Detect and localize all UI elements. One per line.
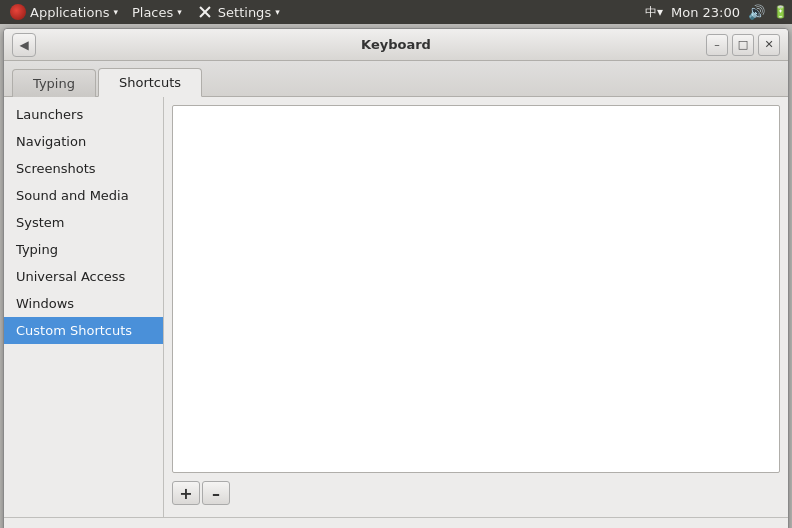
keyboard-window: ◀ Keyboard – □ ✕ Typing Shortcuts <box>3 28 789 528</box>
main-content: Launchers Navigation Screenshots Sound a… <box>4 97 788 517</box>
input-method-icon: 中▾ <box>645 4 663 21</box>
menubar: Applications ▾ Places ▾ Settings ▾ 中▾ Mo… <box>0 0 792 24</box>
tab-shortcuts-label: Shortcuts <box>119 75 181 90</box>
maximize-icon: □ <box>738 38 748 51</box>
back-button[interactable]: ◀ <box>12 33 36 57</box>
sidebar-item-screenshots-label: Screenshots <box>16 161 96 176</box>
tab-typing-label: Typing <box>33 76 75 91</box>
sidebar-item-launchers[interactable]: Launchers <box>4 101 163 128</box>
app-menu[interactable]: Applications ▾ <box>4 2 124 22</box>
tab-shortcuts[interactable]: Shortcuts <box>98 68 202 97</box>
places-label: Places <box>132 5 173 20</box>
sidebar-item-sound-media[interactable]: Sound and Media <box>4 182 163 209</box>
sidebar-item-typing[interactable]: Typing <box>4 236 163 263</box>
sidebar-item-custom-shortcuts-label: Custom Shortcuts <box>16 323 132 338</box>
datetime-label: Mon 23:00 <box>671 5 740 20</box>
app-menu-caret: ▾ <box>113 7 118 17</box>
shortcuts-content-area <box>172 105 780 473</box>
sidebar-item-navigation-label: Navigation <box>16 134 86 149</box>
settings-menu[interactable]: Settings ▾ <box>190 1 286 23</box>
remove-shortcut-button[interactable]: – <box>202 481 230 505</box>
titlebar: ◀ Keyboard – □ ✕ <box>4 29 788 61</box>
sidebar-item-sound-media-label: Sound and Media <box>16 188 129 203</box>
sidebar-item-screenshots[interactable]: Screenshots <box>4 155 163 182</box>
places-caret: ▾ <box>177 7 182 17</box>
window-title: Keyboard <box>361 37 431 52</box>
sidebar-item-custom-shortcuts[interactable]: Custom Shortcuts <box>4 317 163 344</box>
sidebar-item-system[interactable]: System <box>4 209 163 236</box>
back-icon: ◀ <box>19 38 28 52</box>
sidebar-item-universal-access-label: Universal Access <box>16 269 125 284</box>
sidebar-item-windows[interactable]: Windows <box>4 290 163 317</box>
add-icon: + <box>179 484 192 503</box>
battery-icon: 🔋 <box>773 5 788 19</box>
sidebar-item-launchers-label: Launchers <box>16 107 83 122</box>
add-shortcut-button[interactable]: + <box>172 481 200 505</box>
settings-icon <box>196 3 214 21</box>
statusbar: To edit a shortcut, click the row and ho… <box>4 517 788 528</box>
sidebar-item-typing-label: Typing <box>16 242 58 257</box>
app-icon <box>10 4 26 20</box>
minimize-button[interactable]: – <box>706 34 728 56</box>
content-toolbar: + – <box>172 477 780 509</box>
sidebar-item-windows-label: Windows <box>16 296 74 311</box>
close-button[interactable]: ✕ <box>758 34 780 56</box>
right-panel: + – <box>164 97 788 517</box>
minimize-icon: – <box>714 38 720 51</box>
close-icon: ✕ <box>764 38 773 51</box>
places-menu[interactable]: Places ▾ <box>126 3 188 22</box>
tabbar: Typing Shortcuts <box>4 61 788 97</box>
remove-icon: – <box>212 484 220 503</box>
maximize-button[interactable]: □ <box>732 34 754 56</box>
sidebar-item-universal-access[interactable]: Universal Access <box>4 263 163 290</box>
tab-typing[interactable]: Typing <box>12 69 96 97</box>
sidebar-item-system-label: System <box>16 215 64 230</box>
settings-label: Settings <box>218 5 271 20</box>
applications-label: Applications <box>30 5 109 20</box>
sidebar: Launchers Navigation Screenshots Sound a… <box>4 97 164 517</box>
sidebar-item-navigation[interactable]: Navigation <box>4 128 163 155</box>
settings-caret: ▾ <box>275 7 280 17</box>
volume-icon[interactable]: 🔊 <box>748 4 765 20</box>
